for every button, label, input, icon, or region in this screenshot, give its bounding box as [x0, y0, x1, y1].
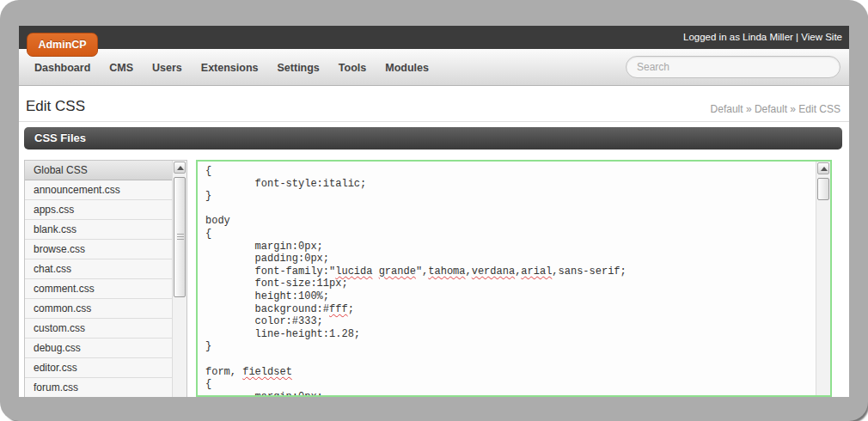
up-arrow-icon	[177, 166, 184, 170]
file-list-item[interactable]: common.css	[25, 299, 173, 319]
admincp-logo[interactable]: AdminCP	[27, 33, 98, 57]
code-textarea[interactable]: { font-style:italic; } body { margin:0px…	[198, 162, 816, 395]
header-separator	[19, 121, 849, 122]
search-input[interactable]	[626, 56, 840, 78]
editor-scrollbar[interactable]	[816, 162, 830, 395]
screenshot-canvas: Logged in as Linda Miller | View Site Ad…	[0, 0, 868, 421]
scrollbar-thumb[interactable]	[817, 178, 829, 200]
nav-item-dashboard[interactable]: Dashboard	[25, 62, 100, 74]
top-bar: Logged in as Linda Miller | View Site	[19, 26, 849, 49]
css-files-panel-header: CSS Files	[24, 127, 842, 149]
file-list-item[interactable]: editor.css	[25, 358, 173, 378]
nav-item-settings[interactable]: Settings	[268, 62, 329, 74]
breadcrumb[interactable]: Default » Default » Edit CSS	[711, 103, 840, 115]
nav-item-users[interactable]: Users	[143, 62, 192, 74]
scrollbar-thumb[interactable]	[174, 177, 186, 297]
file-list: Global CSSannouncement.cssapps.cssblank.…	[25, 161, 173, 397]
main-navbar: DashboardCMSUsersExtensionsSettingsTools…	[19, 49, 849, 86]
file-list-item[interactable]: blank.css	[25, 220, 173, 240]
nav-item-extensions[interactable]: Extensions	[192, 62, 268, 74]
editor-workspace: Global CSSannouncement.cssapps.cssblank.…	[24, 160, 842, 397]
panel-title: CSS Files	[34, 131, 86, 144]
file-list-item[interactable]: forum.css	[25, 378, 173, 397]
file-list-scrollbar[interactable]	[172, 161, 186, 397]
css-file-list: Global CSSannouncement.cssapps.cssblank.…	[24, 160, 187, 397]
file-list-item[interactable]: Global CSS	[25, 161, 173, 180]
file-list-item[interactable]: comment.css	[25, 279, 173, 299]
file-list-item[interactable]: custom.css	[25, 319, 173, 339]
file-list-item[interactable]: debug.css	[25, 339, 173, 358]
nav-item-tools[interactable]: Tools	[329, 62, 376, 74]
nav-item-modules[interactable]: Modules	[376, 62, 438, 74]
file-list-item[interactable]: announcement.css	[25, 180, 173, 200]
file-list-item[interactable]: browse.css	[25, 240, 173, 259]
nav-item-cms[interactable]: CMS	[100, 62, 143, 74]
file-list-item[interactable]: chat.css	[25, 259, 173, 279]
page-title: Edit CSS	[26, 98, 85, 115]
scroll-up-button[interactable]	[817, 162, 829, 174]
logged-in-status[interactable]: Logged in as Linda Miller | View Site	[683, 26, 842, 49]
file-list-item[interactable]: apps.css	[25, 200, 173, 220]
up-arrow-icon	[821, 167, 828, 171]
css-code-editor[interactable]: { font-style:italic; } body { margin:0px…	[196, 160, 832, 397]
scroll-up-button[interactable]	[174, 162, 186, 174]
admincp-window: Logged in as Linda Miller | View Site Ad…	[19, 26, 849, 397]
